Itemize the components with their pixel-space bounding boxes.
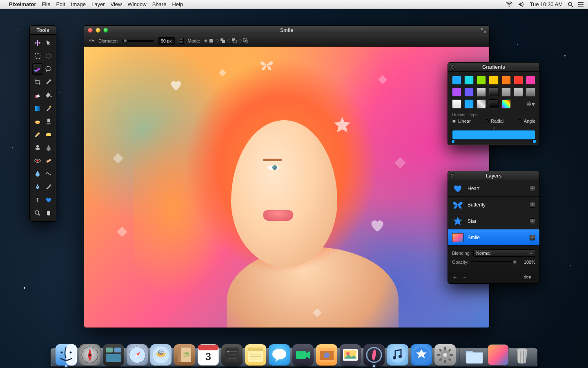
dock-launchpad[interactable] [79, 344, 100, 366]
fullscreen-icon[interactable] [481, 28, 486, 34]
gradient-preview-bar[interactable] [452, 130, 535, 140]
remove-layer-button[interactable]: － [462, 274, 468, 281]
window-zoom-button[interactable] [103, 28, 108, 33]
window-close-button[interactable] [88, 28, 93, 33]
gradients-close-button[interactable]: × [450, 65, 455, 70]
clone-tool[interactable] [43, 116, 53, 127]
gradient-swatch[interactable] [501, 99, 511, 108]
menu-file[interactable]: File [42, 1, 50, 7]
menu-share[interactable]: Share [152, 1, 167, 7]
dock-trash[interactable] [511, 344, 532, 366]
dock-facetime[interactable] [292, 344, 314, 366]
gradient-type-angle[interactable]: Angle [518, 119, 535, 123]
dock-safari[interactable] [127, 344, 148, 366]
mode-normal[interactable] [204, 38, 214, 43]
dock-reminders[interactable] [221, 344, 243, 366]
blending-mode-select[interactable]: Normal▴▾ [473, 249, 535, 257]
mode-intersect[interactable] [238, 38, 248, 43]
gradient-type-linear[interactable]: Linear [452, 119, 471, 123]
pencil-tool[interactable] [32, 129, 42, 140]
gradient-presets-gear-icon[interactable]: ✲▾ [526, 99, 535, 108]
layer-row[interactable]: Heart✓ [448, 180, 539, 197]
menu-layer[interactable]: Layer [91, 1, 105, 7]
dock-notes[interactable] [245, 344, 266, 366]
layer-visibility-checkbox[interactable]: ✓ [530, 202, 535, 208]
diameter-field[interactable]: 50 px [158, 37, 175, 45]
smudge-tool[interactable] [32, 116, 42, 127]
gradient-swatch[interactable] [526, 76, 535, 85]
dock-mission-control[interactable] [103, 344, 124, 366]
layer-row[interactable]: Butterfly✓ [448, 197, 539, 213]
gradient-swatch[interactable] [452, 88, 461, 96]
select-tool[interactable] [43, 37, 53, 49]
gradient-type-radial[interactable]: Radial [485, 119, 503, 123]
paint-bucket-tool[interactable] [43, 90, 53, 101]
diameter-stepper[interactable]: ▴▾ [179, 38, 184, 44]
move-tool[interactable] [32, 37, 42, 49]
dock-pixelmator[interactable] [363, 344, 385, 366]
diameter-slider[interactable] [122, 40, 154, 42]
stamp-tool[interactable] [32, 142, 42, 153]
dock-documents-folder[interactable] [464, 344, 485, 366]
gradient-swatch[interactable] [489, 76, 498, 85]
gradient-swatch[interactable] [489, 88, 498, 96]
eyedropper-tool[interactable] [43, 76, 53, 88]
menubar-clock[interactable]: Tue 10:30 AM [530, 1, 563, 7]
gradient-stop-left[interactable] [451, 139, 455, 143]
volume-icon[interactable] [518, 2, 525, 7]
dock-mail[interactable]: @ [150, 344, 172, 366]
gradient-swatch[interactable] [489, 99, 498, 108]
layers-close-button[interactable]: × [450, 173, 455, 178]
gradient-swatch[interactable] [514, 76, 523, 85]
dock-itunes[interactable] [387, 344, 408, 366]
document-titlebar[interactable]: Smile [84, 26, 489, 35]
dock-minimized-window[interactable] [488, 344, 509, 366]
red-eye-tool[interactable] [32, 155, 42, 166]
blur-tool[interactable] [32, 168, 42, 180]
sharpen-tool[interactable] [43, 142, 53, 153]
shape-tool[interactable] [43, 194, 53, 206]
gradient-swatch[interactable] [464, 88, 474, 96]
gradient-swatch[interactable] [464, 76, 474, 85]
crop-tool[interactable] [32, 76, 42, 88]
menu-edit[interactable]: Edit [56, 1, 65, 7]
gradient-stop-right[interactable] [532, 139, 536, 143]
dock-photo-booth[interactable] [316, 344, 337, 366]
text-tool[interactable]: T [32, 194, 42, 206]
menu-image[interactable]: Image [71, 1, 86, 7]
mode-subtract[interactable] [227, 38, 237, 43]
gradient-swatch[interactable] [514, 88, 523, 96]
gradient-swatch[interactable] [526, 88, 535, 96]
lasso-tool[interactable] [43, 63, 53, 75]
menu-help[interactable]: Help [172, 1, 183, 7]
layer-visibility-checkbox[interactable]: ✓ [530, 235, 535, 240]
layer-row[interactable]: Star✓ [448, 213, 539, 229]
dock-iphoto[interactable] [340, 344, 361, 366]
canvas[interactable] [84, 47, 489, 328]
brush-tool[interactable] [32, 63, 42, 75]
marquee-tool[interactable] [32, 50, 42, 62]
dock-app-store[interactable] [411, 344, 432, 366]
menu-window[interactable]: Window [127, 1, 146, 7]
gradient-midpoint-handle[interactable] [492, 127, 495, 130]
opacity-slider[interactable] [471, 261, 516, 263]
dock-messages[interactable] [269, 344, 290, 366]
menu-view[interactable]: View [111, 1, 122, 7]
eraser-tool[interactable] [32, 90, 42, 101]
gradient-swatch[interactable] [477, 99, 486, 108]
hand-tool[interactable] [43, 207, 53, 219]
slice-tool[interactable] [43, 181, 53, 193]
dock-calendar[interactable]: 3 [198, 344, 219, 366]
toolbar-gear-icon[interactable]: ✲▾ [88, 38, 94, 43]
zoom-tool[interactable] [32, 207, 42, 219]
window-minimize-button[interactable] [96, 28, 100, 33]
wifi-icon[interactable] [506, 2, 513, 7]
dock-preferences[interactable] [434, 344, 456, 366]
gradient-swatch[interactable] [452, 99, 461, 108]
gradient-swatch[interactable] [452, 76, 461, 85]
spotlight-icon[interactable] [568, 2, 573, 7]
add-layer-button[interactable]: ＋ [452, 274, 458, 281]
mode-add[interactable] [216, 38, 225, 43]
heal-tool[interactable] [43, 155, 53, 166]
layer-row[interactable]: Smile✓ [448, 229, 539, 246]
